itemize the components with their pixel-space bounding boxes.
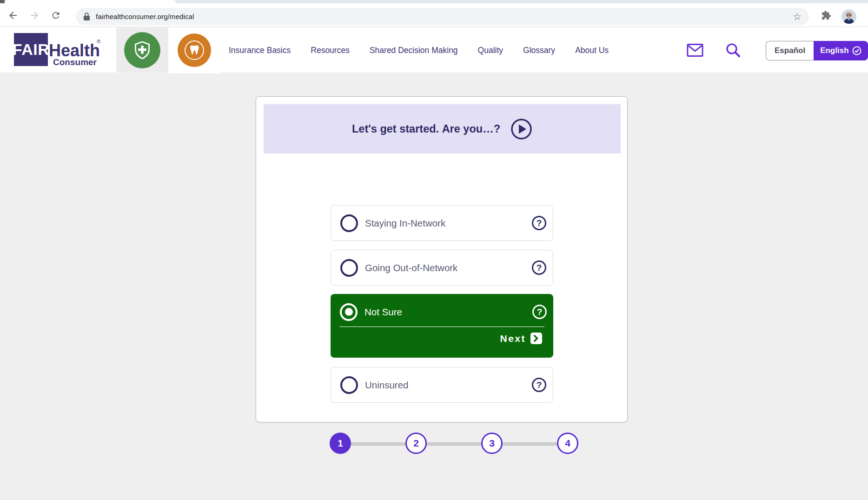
envelope-icon [687, 44, 703, 57]
page-body: Let's get started. Are you…? Staying In-… [0, 73, 868, 500]
forward-button[interactable] [28, 9, 41, 22]
next-button-label: Next [500, 333, 526, 344]
help-icon[interactable]: ? [532, 216, 546, 230]
back-button[interactable] [7, 9, 20, 22]
help-icon[interactable]: ? [532, 305, 547, 319]
medical-section-tab[interactable] [116, 27, 168, 73]
option-label: Uninsured [365, 380, 532, 391]
option-staying-in-network[interactable]: Staying In-Network ? [331, 205, 553, 241]
language-english-button[interactable]: English [814, 41, 868, 60]
option-not-sure-selected[interactable]: Not Sure ? Next [331, 294, 553, 358]
nav-item-insurance-basics[interactable]: Insurance Basics [229, 46, 291, 55]
radio-unselected-icon[interactable] [340, 259, 358, 277]
browser-window: fairhealthconsumer.org/medical ☆ FAIR He… [0, 0, 868, 500]
option-going-out-of-network[interactable]: Going Out-of-Network ? [331, 250, 553, 286]
search-icon [725, 42, 741, 58]
tab-strip [0, 0, 868, 3]
progress-track [340, 442, 568, 445]
option-uninsured[interactable]: Uninsured ? [331, 367, 553, 403]
question-banner: Let's get started. Are you…? [264, 104, 621, 153]
language-espanol-button[interactable]: Español [766, 41, 814, 60]
help-icon[interactable]: ? [532, 378, 546, 392]
site-header: FAIR Health ® Consumer Insurance Bas [0, 27, 868, 73]
play-icon [510, 118, 532, 140]
radio-selected-icon[interactable] [340, 303, 358, 321]
refresh-button[interactable] [49, 9, 62, 22]
option-label: Going Out-of-Network [365, 262, 532, 273]
dental-tooth-icon [178, 33, 211, 67]
progress-step-2: 2 [405, 433, 427, 454]
profile-avatar[interactable] [841, 9, 856, 24]
progress-step-1: 1 [330, 433, 351, 454]
next-arrow-icon [530, 333, 542, 344]
option-label: Not Sure [364, 307, 532, 318]
question-title-lead: Let's get started. [352, 123, 439, 135]
nav-item-resources[interactable]: Resources [311, 46, 350, 55]
nav-item-about-us[interactable]: About Us [575, 46, 609, 55]
radio-unselected-icon[interactable] [340, 214, 358, 232]
back-icon [7, 10, 19, 21]
next-button[interactable]: Next [331, 327, 553, 344]
bookmark-star-icon[interactable]: ☆ [793, 12, 802, 21]
search-button[interactable] [725, 27, 741, 73]
main-nav: Insurance BasicsResourcesShared Decision… [229, 27, 609, 73]
audio-play-button[interactable] [510, 118, 532, 140]
nav-item-shared-decision-making[interactable]: Shared Decision Making [370, 46, 458, 55]
extensions-button[interactable] [820, 9, 833, 22]
url-text: fairhealthconsumer.org/medical [96, 13, 194, 20]
logo-registered-mark: ® [97, 39, 100, 44]
nav-item-glossary[interactable]: Glossary [523, 46, 555, 55]
puzzle-icon [821, 10, 831, 20]
fairhealth-logo[interactable]: FAIR Health ® Consumer [14, 33, 107, 68]
avatar-image [841, 9, 856, 24]
medical-shield-icon [124, 32, 160, 68]
language-espanol-label: Español [775, 46, 805, 55]
nav-item-quality[interactable]: Quality [478, 46, 503, 55]
forward-icon [29, 10, 40, 21]
logo-consumer-text: Consumer [49, 57, 97, 67]
contact-mail-button[interactable] [687, 27, 703, 73]
dental-section-tab[interactable] [168, 27, 220, 73]
language-english-label: English [820, 46, 848, 55]
radio-unselected-icon[interactable] [340, 376, 358, 394]
refresh-icon [51, 10, 61, 20]
logo-fair-text: FAIR [13, 40, 49, 59]
language-toggle: Español English [766, 41, 868, 60]
option-label: Staying In-Network [365, 218, 532, 229]
browser-toolbar: fairhealthconsumer.org/medical ☆ [0, 3, 868, 27]
question-title: Let's get started. Are you…? [352, 123, 500, 135]
active-tab[interactable] [5, 0, 176, 3]
check-circle-icon [852, 46, 861, 55]
progress-step-4: 4 [557, 433, 578, 454]
logo-box: FAIR [14, 33, 48, 66]
help-icon[interactable]: ? [532, 260, 546, 275]
question-title-emphasis: Are you…? [442, 123, 500, 135]
window-corner [0, 0, 5, 3]
progress-step-3: 3 [481, 433, 503, 454]
lock-icon [83, 12, 90, 21]
address-bar[interactable]: fairhealthconsumer.org/medical ☆ [76, 8, 809, 25]
